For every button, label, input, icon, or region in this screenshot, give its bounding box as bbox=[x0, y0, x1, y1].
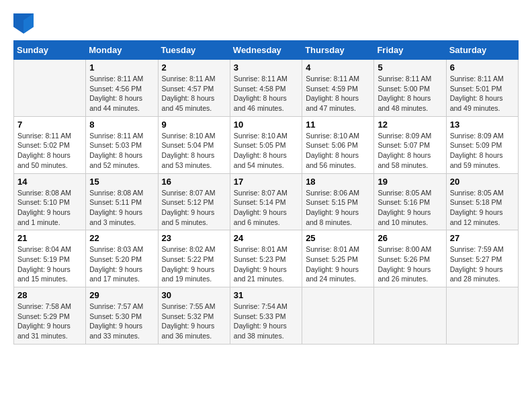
day-info: Sunrise: 7:57 AM Sunset: 5:30 PM Dayligh… bbox=[89, 302, 154, 341]
day-of-week-header: Thursday bbox=[302, 41, 374, 60]
calendar-cell: 16Sunrise: 8:07 AM Sunset: 5:12 PM Dayli… bbox=[158, 173, 230, 230]
calendar-cell: 7Sunrise: 8:11 AM Sunset: 5:02 PM Daylig… bbox=[14, 116, 86, 173]
day-number: 15 bbox=[89, 177, 154, 187]
day-info: Sunrise: 8:06 AM Sunset: 5:15 PM Dayligh… bbox=[306, 188, 370, 228]
day-number: 2 bbox=[162, 62, 226, 73]
calendar-cell: 20Sunrise: 8:05 AM Sunset: 5:18 PM Dayli… bbox=[446, 173, 518, 230]
calendar-cell: 22Sunrise: 8:03 AM Sunset: 5:20 PM Dayli… bbox=[86, 230, 158, 287]
day-number: 27 bbox=[450, 233, 515, 243]
day-info: Sunrise: 8:02 AM Sunset: 5:22 PM Dayligh… bbox=[162, 244, 226, 284]
day-number: 31 bbox=[234, 290, 298, 300]
day-of-week-header: Friday bbox=[374, 41, 446, 60]
day-number: 4 bbox=[306, 62, 370, 73]
calendar-cell: 2Sunrise: 8:11 AM Sunset: 4:57 PM Daylig… bbox=[158, 60, 230, 117]
day-info: Sunrise: 8:11 AM Sunset: 4:56 PM Dayligh… bbox=[89, 74, 154, 113]
day-info: Sunrise: 8:08 AM Sunset: 5:10 PM Dayligh… bbox=[17, 188, 82, 228]
day-number: 25 bbox=[306, 233, 370, 243]
day-info: Sunrise: 7:54 AM Sunset: 5:33 PM Dayligh… bbox=[234, 302, 298, 341]
day-number: 24 bbox=[234, 233, 298, 243]
page-header bbox=[13, 13, 519, 34]
day-number: 14 bbox=[17, 177, 82, 187]
calendar-week-row: 21Sunrise: 8:04 AM Sunset: 5:19 PM Dayli… bbox=[14, 230, 519, 287]
calendar-cell: 27Sunrise: 7:59 AM Sunset: 5:27 PM Dayli… bbox=[446, 230, 518, 287]
logo bbox=[13, 13, 36, 34]
calendar-cell: 21Sunrise: 8:04 AM Sunset: 5:19 PM Dayli… bbox=[14, 230, 86, 287]
calendar-cell: 5Sunrise: 8:11 AM Sunset: 5:00 PM Daylig… bbox=[374, 60, 446, 117]
day-number: 30 bbox=[162, 290, 226, 300]
day-number: 7 bbox=[17, 120, 82, 130]
calendar-cell: 23Sunrise: 8:02 AM Sunset: 5:22 PM Dayli… bbox=[158, 230, 230, 287]
day-of-week-header: Tuesday bbox=[158, 41, 230, 60]
day-info: Sunrise: 8:11 AM Sunset: 4:59 PM Dayligh… bbox=[306, 74, 370, 113]
day-info: Sunrise: 8:04 AM Sunset: 5:19 PM Dayligh… bbox=[17, 244, 82, 284]
day-info: Sunrise: 8:08 AM Sunset: 5:11 PM Dayligh… bbox=[89, 188, 154, 228]
day-number: 10 bbox=[234, 120, 298, 130]
day-info: Sunrise: 8:11 AM Sunset: 4:57 PM Dayligh… bbox=[162, 74, 226, 113]
calendar-cell: 31Sunrise: 7:54 AM Sunset: 5:33 PM Dayli… bbox=[230, 287, 302, 345]
calendar-cell: 17Sunrise: 8:07 AM Sunset: 5:14 PM Dayli… bbox=[230, 173, 302, 230]
day-number: 18 bbox=[306, 177, 370, 187]
calendar-cell: 14Sunrise: 8:08 AM Sunset: 5:10 PM Dayli… bbox=[14, 173, 86, 230]
calendar-cell: 3Sunrise: 8:11 AM Sunset: 4:58 PM Daylig… bbox=[230, 60, 302, 117]
day-info: Sunrise: 7:58 AM Sunset: 5:29 PM Dayligh… bbox=[17, 302, 82, 341]
day-of-week-header: Monday bbox=[86, 41, 158, 60]
day-info: Sunrise: 8:03 AM Sunset: 5:20 PM Dayligh… bbox=[89, 244, 154, 284]
day-number: 20 bbox=[450, 177, 515, 187]
day-info: Sunrise: 8:05 AM Sunset: 5:18 PM Dayligh… bbox=[450, 188, 515, 228]
calendar-cell: 26Sunrise: 8:00 AM Sunset: 5:26 PM Dayli… bbox=[374, 230, 446, 287]
day-number: 23 bbox=[162, 233, 226, 243]
calendar-week-row: 7Sunrise: 8:11 AM Sunset: 5:02 PM Daylig… bbox=[14, 116, 519, 173]
day-of-week-header: Saturday bbox=[446, 41, 518, 60]
day-info: Sunrise: 8:10 AM Sunset: 5:06 PM Dayligh… bbox=[306, 131, 370, 171]
day-info: Sunrise: 8:00 AM Sunset: 5:26 PM Dayligh… bbox=[378, 244, 442, 284]
day-info: Sunrise: 8:07 AM Sunset: 5:12 PM Dayligh… bbox=[162, 188, 226, 228]
calendar-cell: 30Sunrise: 7:55 AM Sunset: 5:32 PM Dayli… bbox=[158, 287, 230, 345]
calendar-cell bbox=[446, 287, 518, 345]
calendar-cell: 29Sunrise: 7:57 AM Sunset: 5:30 PM Dayli… bbox=[86, 287, 158, 345]
calendar-cell: 10Sunrise: 8:10 AM Sunset: 5:05 PM Dayli… bbox=[230, 116, 302, 173]
calendar-cell: 4Sunrise: 8:11 AM Sunset: 4:59 PM Daylig… bbox=[302, 60, 374, 117]
calendar-cell bbox=[14, 60, 86, 117]
day-number: 13 bbox=[450, 120, 515, 130]
day-number: 3 bbox=[234, 62, 298, 73]
day-info: Sunrise: 8:05 AM Sunset: 5:16 PM Dayligh… bbox=[378, 188, 442, 228]
calendar-week-row: 28Sunrise: 7:58 AM Sunset: 5:29 PM Dayli… bbox=[14, 287, 519, 345]
calendar-cell: 15Sunrise: 8:08 AM Sunset: 5:11 PM Dayli… bbox=[86, 173, 158, 230]
day-info: Sunrise: 8:11 AM Sunset: 5:03 PM Dayligh… bbox=[89, 131, 154, 171]
day-of-week-header: Wednesday bbox=[230, 41, 302, 60]
days-header-row: SundayMondayTuesdayWednesdayThursdayFrid… bbox=[14, 41, 519, 60]
calendar-cell: 12Sunrise: 8:09 AM Sunset: 5:07 PM Dayli… bbox=[374, 116, 446, 173]
day-info: Sunrise: 8:10 AM Sunset: 5:05 PM Dayligh… bbox=[234, 131, 298, 171]
calendar-cell: 19Sunrise: 8:05 AM Sunset: 5:16 PM Dayli… bbox=[374, 173, 446, 230]
day-info: Sunrise: 8:10 AM Sunset: 5:04 PM Dayligh… bbox=[162, 131, 226, 171]
day-number: 19 bbox=[378, 177, 442, 187]
calendar-cell: 25Sunrise: 8:01 AM Sunset: 5:25 PM Dayli… bbox=[302, 230, 374, 287]
day-number: 5 bbox=[378, 62, 442, 73]
day-info: Sunrise: 8:11 AM Sunset: 5:00 PM Dayligh… bbox=[378, 74, 442, 113]
day-number: 16 bbox=[162, 177, 226, 187]
calendar-week-row: 14Sunrise: 8:08 AM Sunset: 5:10 PM Dayli… bbox=[14, 173, 519, 230]
day-info: Sunrise: 7:55 AM Sunset: 5:32 PM Dayligh… bbox=[162, 302, 226, 341]
calendar-table: SundayMondayTuesdayWednesdayThursdayFrid… bbox=[13, 40, 519, 345]
calendar-cell: 24Sunrise: 8:01 AM Sunset: 5:23 PM Dayli… bbox=[230, 230, 302, 287]
calendar-cell: 9Sunrise: 8:10 AM Sunset: 5:04 PM Daylig… bbox=[158, 116, 230, 173]
calendar-cell: 18Sunrise: 8:06 AM Sunset: 5:15 PM Dayli… bbox=[302, 173, 374, 230]
day-number: 26 bbox=[378, 233, 442, 243]
calendar-cell: 13Sunrise: 8:09 AM Sunset: 5:09 PM Dayli… bbox=[446, 116, 518, 173]
day-info: Sunrise: 8:11 AM Sunset: 5:02 PM Dayligh… bbox=[17, 131, 82, 171]
calendar-cell bbox=[374, 287, 446, 345]
day-number: 12 bbox=[378, 120, 442, 130]
day-number: 22 bbox=[89, 233, 154, 243]
calendar-cell bbox=[302, 287, 374, 345]
day-number: 29 bbox=[89, 290, 154, 300]
day-number: 9 bbox=[162, 120, 226, 130]
day-info: Sunrise: 8:11 AM Sunset: 5:01 PM Dayligh… bbox=[450, 74, 515, 113]
day-of-week-header: Sunday bbox=[14, 41, 86, 60]
day-number: 1 bbox=[89, 62, 154, 73]
day-info: Sunrise: 8:01 AM Sunset: 5:23 PM Dayligh… bbox=[234, 244, 298, 284]
calendar-cell: 11Sunrise: 8:10 AM Sunset: 5:06 PM Dayli… bbox=[302, 116, 374, 173]
calendar-cell: 1Sunrise: 8:11 AM Sunset: 4:56 PM Daylig… bbox=[86, 60, 158, 117]
day-info: Sunrise: 8:07 AM Sunset: 5:14 PM Dayligh… bbox=[234, 188, 298, 228]
day-info: Sunrise: 8:09 AM Sunset: 5:07 PM Dayligh… bbox=[378, 131, 442, 171]
calendar-cell: 8Sunrise: 8:11 AM Sunset: 5:03 PM Daylig… bbox=[86, 116, 158, 173]
